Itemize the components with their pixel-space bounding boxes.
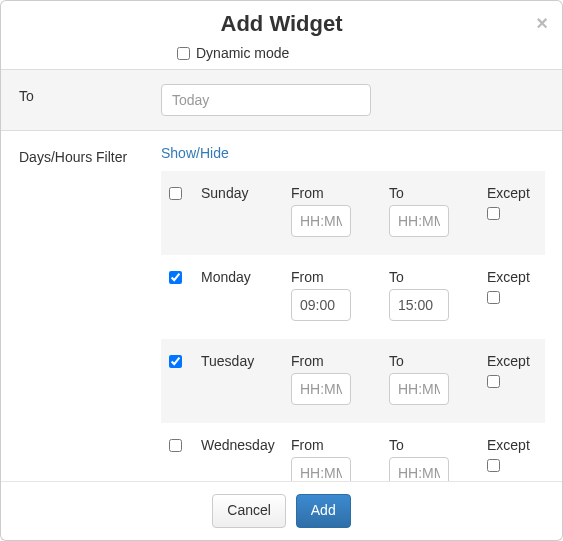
from-header: From xyxy=(291,353,379,369)
add-button[interactable]: Add xyxy=(296,494,351,528)
to-header: To xyxy=(389,437,477,453)
to-field-group: To xyxy=(1,69,562,130)
from-input[interactable] xyxy=(291,373,351,405)
day-enable-checkbox[interactable] xyxy=(169,439,182,452)
days-table: SundayFromToExceptMondayFromToExceptTues… xyxy=(161,171,545,481)
except-header: Except xyxy=(487,269,537,285)
day-name: Wednesday xyxy=(201,437,281,453)
day-row-wednesday: WednesdayFromToExcept xyxy=(161,423,545,481)
to-input[interactable] xyxy=(161,84,371,116)
except-checkbox[interactable] xyxy=(487,291,500,304)
from-input[interactable] xyxy=(291,457,351,481)
modal-footer: Cancel Add xyxy=(1,481,562,540)
day-name: Sunday xyxy=(201,185,281,201)
to-input[interactable] xyxy=(389,205,449,237)
dynamic-mode-checkbox[interactable] xyxy=(177,47,190,60)
except-checkbox[interactable] xyxy=(487,207,500,220)
except-checkbox[interactable] xyxy=(487,375,500,388)
except-header: Except xyxy=(487,353,537,369)
to-header: To xyxy=(389,185,477,201)
dynamic-mode-row: Dynamic mode xyxy=(177,43,562,69)
close-icon[interactable]: × xyxy=(536,13,548,33)
day-row-tuesday: TuesdayFromToExcept xyxy=(161,339,545,423)
days-hours-filter-group: Days/Hours Filter Show/Hide SundayFromTo… xyxy=(1,130,562,481)
days-hours-label: Days/Hours Filter xyxy=(19,145,161,165)
modal-body[interactable]: Dynamic mode To Days/Hours Filter Show/H… xyxy=(1,43,562,481)
to-header: To xyxy=(389,269,477,285)
day-row-sunday: SundayFromToExcept xyxy=(161,171,545,255)
from-header: From xyxy=(291,269,379,285)
to-input[interactable] xyxy=(389,457,449,481)
day-enable-checkbox[interactable] xyxy=(169,187,182,200)
from-header: From xyxy=(291,437,379,453)
modal-header: Add Widget × xyxy=(1,1,562,43)
day-name: Tuesday xyxy=(201,353,281,369)
from-input[interactable] xyxy=(291,205,351,237)
day-row-monday: MondayFromToExcept xyxy=(161,255,545,339)
show-hide-toggle[interactable]: Show/Hide xyxy=(161,145,229,161)
to-label: To xyxy=(19,84,161,104)
add-widget-modal: Add Widget × Dynamic mode To Days/Hours … xyxy=(0,0,563,541)
day-enable-checkbox[interactable] xyxy=(169,271,182,284)
from-header: From xyxy=(291,185,379,201)
except-header: Except xyxy=(487,437,537,453)
cancel-button[interactable]: Cancel xyxy=(212,494,286,528)
day-enable-checkbox[interactable] xyxy=(169,355,182,368)
modal-title: Add Widget xyxy=(16,11,547,37)
except-header: Except xyxy=(487,185,537,201)
day-name: Monday xyxy=(201,269,281,285)
except-checkbox[interactable] xyxy=(487,459,500,472)
to-input[interactable] xyxy=(389,373,449,405)
dynamic-mode-label: Dynamic mode xyxy=(196,45,289,61)
to-input[interactable] xyxy=(389,289,449,321)
to-header: To xyxy=(389,353,477,369)
from-input[interactable] xyxy=(291,289,351,321)
